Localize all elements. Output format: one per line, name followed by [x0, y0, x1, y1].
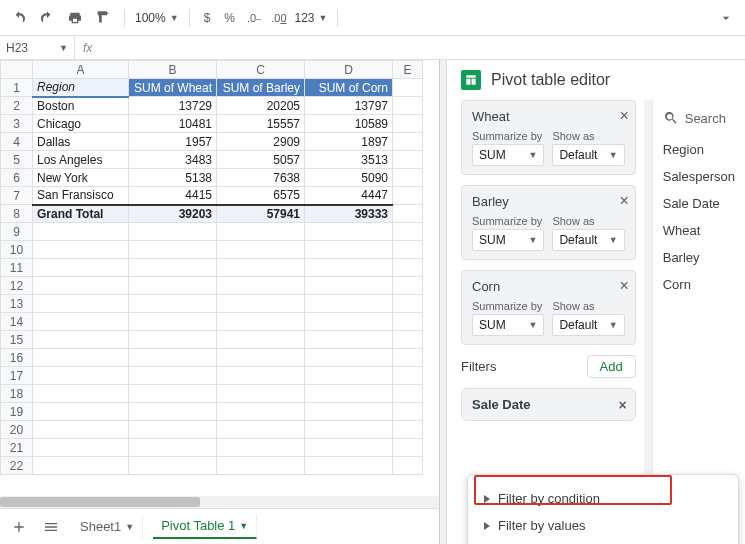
row-header-21[interactable]: 21	[1, 439, 33, 457]
cell[interactable]: 15557	[217, 115, 305, 133]
cell[interactable]	[129, 295, 217, 313]
cell[interactable]	[393, 187, 423, 205]
row-header-11[interactable]: 11	[1, 259, 33, 277]
cell[interactable]	[33, 367, 129, 385]
cell[interactable]	[393, 349, 423, 367]
cell[interactable]: Los Angeles	[33, 151, 129, 169]
cell[interactable]: 39203	[129, 205, 217, 223]
field-salesperson[interactable]: Salesperson	[661, 163, 737, 190]
filter-field-name[interactable]: Sale Date ×	[462, 389, 635, 420]
summarize-by-dropdown[interactable]: SUM▼	[472, 144, 544, 166]
cell[interactable]: 4415	[129, 187, 217, 205]
row-header-9[interactable]: 9	[1, 223, 33, 241]
cell[interactable]	[33, 313, 129, 331]
add-filter-button[interactable]: Add	[587, 355, 636, 378]
cell[interactable]: 5057	[217, 151, 305, 169]
cell[interactable]	[393, 133, 423, 151]
cell[interactable]	[305, 259, 393, 277]
cell[interactable]	[217, 403, 305, 421]
col-header-B[interactable]: B	[129, 61, 217, 79]
row-header-5[interactable]: 5	[1, 151, 33, 169]
cell[interactable]	[129, 403, 217, 421]
cell[interactable]: SUM of Wheat	[129, 79, 217, 97]
decrease-decimal-button[interactable]: .0_	[245, 7, 263, 29]
cell[interactable]	[393, 277, 423, 295]
remove-value-icon[interactable]: ×	[619, 277, 628, 295]
cell[interactable]	[393, 79, 423, 97]
cell[interactable]: Chicago	[33, 115, 129, 133]
cell[interactable]	[393, 151, 423, 169]
cell[interactable]: 2909	[217, 133, 305, 151]
cell[interactable]	[33, 421, 129, 439]
row-header-3[interactable]: 3	[1, 115, 33, 133]
cell[interactable]	[393, 313, 423, 331]
cell[interactable]	[33, 439, 129, 457]
cell[interactable]	[129, 259, 217, 277]
cell[interactable]: 10589	[305, 115, 393, 133]
cell[interactable]	[305, 313, 393, 331]
cell[interactable]	[129, 331, 217, 349]
row-header-7[interactable]: 7	[1, 187, 33, 205]
zoom-dropdown[interactable]: 100%▼	[135, 11, 179, 25]
cell[interactable]: 1957	[129, 133, 217, 151]
field-wheat[interactable]: Wheat	[661, 217, 737, 244]
field-barley[interactable]: Barley	[661, 244, 737, 271]
cell[interactable]: Boston	[33, 97, 129, 115]
cell[interactable]: SUM of Barley	[217, 79, 305, 97]
cell[interactable]	[305, 331, 393, 349]
row-header-20[interactable]: 20	[1, 421, 33, 439]
cell[interactable]	[305, 457, 393, 475]
col-header-C[interactable]: C	[217, 61, 305, 79]
cell[interactable]: 57941	[217, 205, 305, 223]
cell[interactable]	[217, 295, 305, 313]
remove-value-icon[interactable]: ×	[619, 192, 628, 210]
cell[interactable]	[393, 97, 423, 115]
filter-by-condition-option[interactable]: Filter by condition	[478, 485, 728, 512]
cell[interactable]	[393, 403, 423, 421]
cell[interactable]	[393, 457, 423, 475]
cell[interactable]	[33, 277, 129, 295]
row-header-12[interactable]: 12	[1, 277, 33, 295]
cell[interactable]: 13797	[305, 97, 393, 115]
cell[interactable]	[217, 313, 305, 331]
field-search[interactable]: Search	[661, 108, 737, 136]
row-header-8[interactable]: 8	[1, 205, 33, 223]
cell[interactable]: 6575	[217, 187, 305, 205]
cell[interactable]: Region	[33, 79, 129, 97]
cell[interactable]	[217, 259, 305, 277]
cell[interactable]	[305, 367, 393, 385]
row-header-16[interactable]: 16	[1, 349, 33, 367]
cell[interactable]	[393, 385, 423, 403]
cell[interactable]	[393, 115, 423, 133]
cell[interactable]	[393, 421, 423, 439]
print-icon[interactable]	[64, 7, 86, 29]
col-header-A[interactable]: A	[33, 61, 129, 79]
cell[interactable]	[129, 223, 217, 241]
col-header-E[interactable]: E	[393, 61, 423, 79]
summarize-by-dropdown[interactable]: SUM▼	[472, 229, 544, 251]
cell[interactable]: Dallas	[33, 133, 129, 151]
cell[interactable]	[33, 223, 129, 241]
cell[interactable]: 3483	[129, 151, 217, 169]
cell[interactable]: San Fransisco	[33, 187, 129, 205]
cell[interactable]: 5138	[129, 169, 217, 187]
row-header-15[interactable]: 15	[1, 331, 33, 349]
field-region[interactable]: Region	[661, 136, 737, 163]
paint-format-icon[interactable]	[92, 7, 114, 29]
cell[interactable]	[129, 313, 217, 331]
cell[interactable]: 5090	[305, 169, 393, 187]
show-as-dropdown[interactable]: Default▼	[552, 229, 624, 251]
cell[interactable]	[33, 385, 129, 403]
cell[interactable]	[33, 295, 129, 313]
cell[interactable]	[129, 349, 217, 367]
cell[interactable]	[129, 421, 217, 439]
cell[interactable]	[33, 457, 129, 475]
cell[interactable]	[305, 349, 393, 367]
increase-decimal-button[interactable]: .00	[269, 7, 288, 29]
all-sheets-icon[interactable]	[40, 516, 62, 538]
cell[interactable]	[129, 277, 217, 295]
row-header-6[interactable]: 6	[1, 169, 33, 187]
cell[interactable]	[129, 439, 217, 457]
filter-by-values-option[interactable]: Filter by values	[478, 512, 728, 539]
cell[interactable]: 3513	[305, 151, 393, 169]
